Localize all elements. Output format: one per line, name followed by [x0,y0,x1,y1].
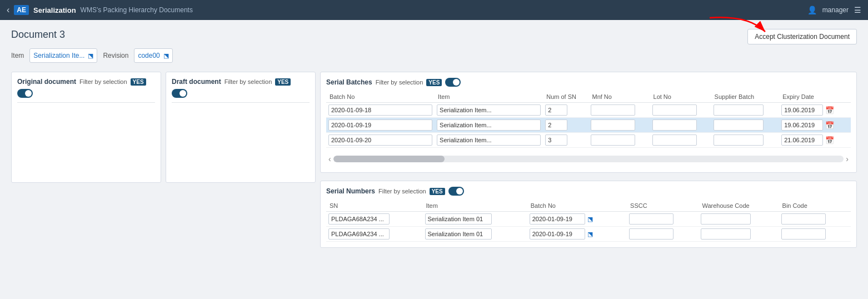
expiry-date-input[interactable] [781,119,823,131]
col-sn: SN [326,200,423,212]
warehouse-code-cell [699,212,779,227]
original-toggle[interactable] [17,89,33,98]
accept-clusterization-button[interactable]: Accept Clusterization Document [747,29,857,44]
serial-numbers-table: SN Item Batch No SSCC Warehouse Code Bin… [326,200,851,242]
item-cell [435,118,543,133]
topbar: ‹ AE Serialization WMS's Packing Hierarc… [0,0,868,20]
external-link-icon[interactable]: ⬔ [88,52,93,59]
lot-no-input[interactable] [652,104,697,116]
sn-batch-no-input[interactable] [530,228,585,240]
table-row[interactable]: 📅 [326,133,851,148]
supplier-batch-cell [711,103,780,118]
serial-numbers-toggle[interactable] [448,187,464,196]
supplier-batch-input[interactable] [714,104,764,116]
sscc-cell [627,212,699,227]
revision-field[interactable]: code00 ⬔ [134,48,172,63]
topbar-left: ‹ AE Serialization WMS's Packing Hierarc… [7,5,193,15]
bin-code-input[interactable] [781,213,826,225]
table-row[interactable]: ⬔ [326,212,851,227]
col-num-sn: Num of SN [543,91,588,103]
item-cell [435,103,543,118]
sn-input[interactable] [328,228,390,240]
original-document-panel: Original document Filter by selection YE… [11,72,161,183]
supplier-batch-input[interactable] [714,119,764,131]
col-warehouse-code: Warehouse Code [699,200,779,212]
warehouse-code-input[interactable] [701,213,751,225]
horizontal-scrollbar[interactable] [333,156,844,162]
batch-no-input[interactable] [328,134,432,146]
main-content: Document 3 Item Serialization Ite... ⬔ R… [0,20,868,257]
item-cell [435,133,543,148]
supplier-batch-input[interactable] [714,134,764,146]
user-icon: 👤 [807,6,817,14]
sscc-input[interactable] [629,228,674,240]
scroll-left-arrow[interactable]: ‹ [326,155,333,163]
external-link-icon[interactable]: ⬔ [587,231,593,238]
page-title: Document 3 [11,29,173,41]
sn-item-input[interactable] [425,213,492,225]
serial-batches-toggle[interactable] [445,78,461,87]
sn-item-input[interactable] [425,228,492,240]
toggle-circle-2 [179,90,186,97]
mnf-no-input[interactable] [591,104,635,116]
item-input[interactable] [437,134,541,146]
menu-icon[interactable]: ☰ [854,6,861,14]
expiry-date-cell: 📅 [779,103,851,118]
bin-code-input[interactable] [781,228,826,240]
back-button[interactable]: ‹ [7,5,9,15]
table-row[interactable]: 📅 [326,103,851,118]
sn-input[interactable] [328,213,390,225]
lot-no-input[interactable] [652,119,697,131]
draft-toggle[interactable] [172,89,187,98]
batch-no-input[interactable] [328,104,432,116]
batch-no-input[interactable] [328,119,432,131]
sscc-cell [627,227,699,242]
lot-no-input[interactable] [652,134,697,146]
calendar-icon[interactable]: 📅 [825,106,834,114]
col-expiry-date: Expiry Date [779,91,851,103]
item-input[interactable] [437,119,541,131]
app-name: Serialization [33,6,76,14]
table-row[interactable]: ⬔ [326,227,851,242]
expiry-date-cell: 📅 [779,118,851,133]
num-sn-input[interactable] [545,104,567,116]
col-mnf-no: Mnf No [588,91,650,103]
num-sn-cell [543,103,588,118]
user-name: manager [822,6,849,14]
num-sn-input[interactable] [545,119,567,131]
warehouse-code-input[interactable] [701,228,751,240]
topbar-right: 👤 manager ☰ [807,6,861,14]
sscc-input[interactable] [629,213,674,225]
draft-doc-title: Draft document [172,78,221,86]
external-link-icon-2[interactable]: ⬔ [163,52,169,59]
sn-header-row: SN Item Batch No SSCC Warehouse Code Bin… [326,200,851,212]
col-bin-code: Bin Code [779,200,851,212]
toggle-circle [25,90,32,97]
external-link-icon[interactable]: ⬔ [587,216,593,223]
item-input[interactable] [437,104,541,116]
divider [17,102,155,103]
mnf-no-cell [588,118,650,133]
serial-batches-header: Serial Batches Filter by selection YES [326,78,851,87]
calendar-icon[interactable]: 📅 [825,136,834,144]
col-sn-batch-no: Batch No [527,200,627,212]
mnf-no-input[interactable] [591,119,635,131]
item-field[interactable]: Serialization Ite... ⬔ [29,48,97,63]
app-subtitle: WMS's Packing Hierarchy Documents [81,6,193,14]
serial-numbers-title: Serial Numbers [326,187,375,195]
revision-value: code00 [138,52,159,59]
item-row: Item Serialization Ite... ⬔ Revision cod… [11,48,173,63]
revision-label: Revision [103,52,128,59]
expiry-date-input[interactable] [781,104,823,116]
col-supplier-batch: Supplier Batch [711,91,780,103]
mnf-no-input[interactable] [591,134,635,146]
num-sn-input[interactable] [545,134,567,146]
scroll-right-arrow[interactable]: › [844,155,851,163]
expiry-date-input[interactable] [781,134,823,146]
sn-batch-no-input[interactable] [530,213,585,225]
table-row[interactable]: 📅 [326,118,851,133]
draft-document-panel: Draft document Filter by selection YES [166,72,316,183]
calendar-icon[interactable]: 📅 [825,121,834,129]
original-filter-label: Filter by selection [79,78,127,85]
draft-doc-header: Draft document Filter by selection YES [172,78,310,98]
